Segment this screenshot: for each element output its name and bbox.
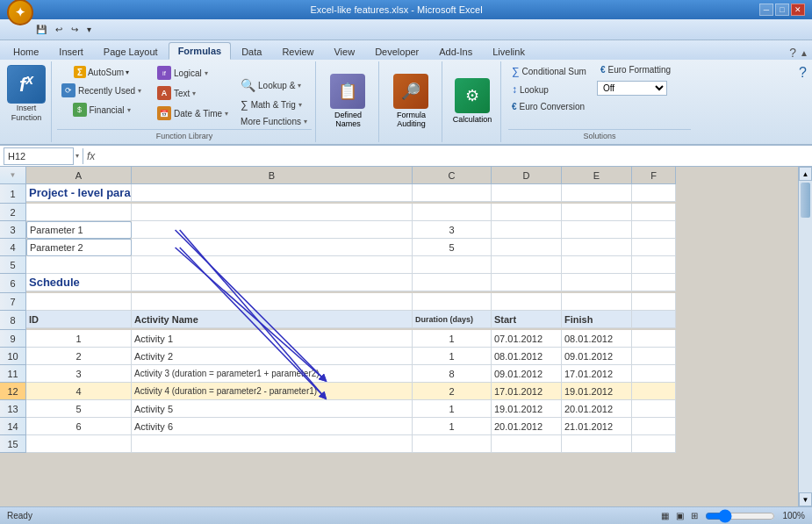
tab-insert[interactable]: Insert [49,43,93,60]
cell-f15[interactable] [632,435,676,453]
cell-c1[interactable] [413,184,492,202]
tab-review[interactable]: Review [272,43,323,60]
row-header-10[interactable]: 10 [0,348,26,365]
cell-c12[interactable]: 2 [413,383,492,400]
cell-c14[interactable]: 1 [413,418,492,435]
cell-f9[interactable] [632,330,676,348]
cell-e5[interactable] [562,256,632,274]
date-time-button[interactable]: 📅 Date & Time ▾ [153,104,233,123]
cell-c13[interactable]: 1 [413,400,492,418]
cell-f6[interactable] [632,274,676,291]
row-header-8[interactable]: 8 [0,311,26,330]
cell-d3[interactable] [492,221,562,239]
col-header-e[interactable]: E [562,167,632,184]
cell-a10[interactable]: 2 [26,348,132,365]
help-button[interactable]: ? [789,46,796,60]
cell-c8[interactable]: Duration (days) [413,311,492,328]
cell-a7[interactable] [26,293,132,311]
row-header-14[interactable]: 14 [0,418,26,435]
cell-f1[interactable] [632,184,676,202]
cell-d15[interactable] [492,435,562,453]
row-header-15[interactable]: 15 [0,435,26,453]
scroll-down-button[interactable]: ▼ [799,492,812,506]
cell-b9[interactable]: Activity 1 [132,330,413,348]
row-header-6[interactable]: 6 [0,274,26,293]
cell-a14[interactable]: 6 [26,418,132,435]
cell-c9[interactable]: 1 [413,330,492,348]
cell-d2[interactable] [492,204,562,221]
cell-d9[interactable]: 07.01.2012 [492,330,562,348]
text-button[interactable]: A Text ▾ [153,83,233,103]
col-header-f[interactable]: F [632,167,676,184]
cell-b4[interactable] [132,239,413,256]
tab-home[interactable]: Home [4,43,48,60]
cell-e1[interactable] [562,184,632,202]
ribbon-collapse-button[interactable]: ▲ [800,48,808,58]
cell-f12[interactable] [632,383,676,400]
cell-f14[interactable] [632,418,676,435]
cell-d13[interactable]: 19.01.2012 [492,400,562,418]
cell-a2[interactable] [26,204,132,221]
cell-b12[interactable]: Activity 4 (duration = parameter2 - para… [132,383,413,400]
col-header-b[interactable]: B [132,167,413,184]
cell-b2[interactable] [132,204,413,221]
help-icon[interactable]: ? [799,65,807,81]
cell-c11[interactable]: 8 [413,365,492,383]
cell-b13[interactable]: Activity 5 [132,400,413,418]
cell-e3[interactable] [562,221,632,239]
cell-f3[interactable] [632,221,676,239]
cell-e13[interactable]: 20.01.2012 [562,400,632,418]
logical-button[interactable]: if Logical ▾ [153,63,233,83]
cell-d7[interactable] [492,293,562,311]
cell-a8[interactable]: ID [26,311,132,328]
cell-e2[interactable] [562,204,632,221]
scroll-thumb[interactable] [801,183,810,218]
cell-a12[interactable]: 4 [26,383,132,400]
insert-function-button[interactable]: fx [7,65,46,104]
row-header-11[interactable]: 11 [0,365,26,383]
cell-b8[interactable]: Activity Name [132,311,413,328]
cell-c10[interactable]: 1 [413,348,492,365]
tab-formulas[interactable]: Formulas [169,42,232,60]
cell-c2[interactable] [413,204,492,221]
cell-d12[interactable]: 17.01.2012 [492,383,562,400]
minimize-button[interactable]: ─ [759,4,773,16]
lookup-ref-button[interactable]: 🔍 Lookup & ▾ [236,75,312,95]
save-button[interactable]: 💾 [33,24,49,35]
row-header-9[interactable]: 9 [0,330,26,348]
cell-c3[interactable]: 3 [413,221,492,239]
cell-b6[interactable] [132,274,413,291]
tab-add-ins[interactable]: Add-Ins [429,43,482,60]
cell-d14[interactable]: 20.01.2012 [492,418,562,435]
view-layout-button[interactable]: ▣ [676,511,684,520]
cell-c7[interactable] [413,293,492,311]
cell-f10[interactable] [632,348,676,365]
col-header-d[interactable]: D [492,167,562,184]
cell-a1[interactable]: Project - level parameters [26,184,132,202]
cell-c4[interactable]: 5 [413,239,492,256]
zoom-slider[interactable] [705,509,775,523]
cell-d10[interactable]: 08.01.2012 [492,348,562,365]
cell-d8[interactable]: Start [492,311,562,328]
cell-b11[interactable]: Activity 3 (duration = parameter1 + para… [132,365,413,383]
financial-button[interactable]: $ Financial ▾ [68,100,135,119]
cell-e10[interactable]: 09.01.2012 [562,348,632,365]
cell-f13[interactable] [632,400,676,418]
row-header-7[interactable]: 7 [0,293,26,311]
scroll-up-button[interactable]: ▲ [799,167,812,181]
autosum-dropdown[interactable]: ▾ [126,68,129,76]
cell-e15[interactable] [562,435,632,453]
maximize-button[interactable]: □ [775,4,789,16]
cell-e11[interactable]: 17.01.2012 [562,365,632,383]
euro-formatting-button[interactable]: € Euro Formatting [597,63,674,76]
cell-f7[interactable] [632,293,676,311]
tab-livelink[interactable]: Livelink [483,43,535,60]
cell-f8[interactable] [632,311,676,328]
view-normal-button[interactable]: ▦ [661,511,669,520]
cell-d1[interactable] [492,184,562,202]
cell-a3[interactable]: Parameter 1 [26,221,132,239]
lookup-button[interactable]: ↕ Lookup [508,82,590,97]
cell-d5[interactable] [492,256,562,274]
formula-input[interactable] [100,147,808,165]
cell-b5[interactable] [132,256,413,274]
